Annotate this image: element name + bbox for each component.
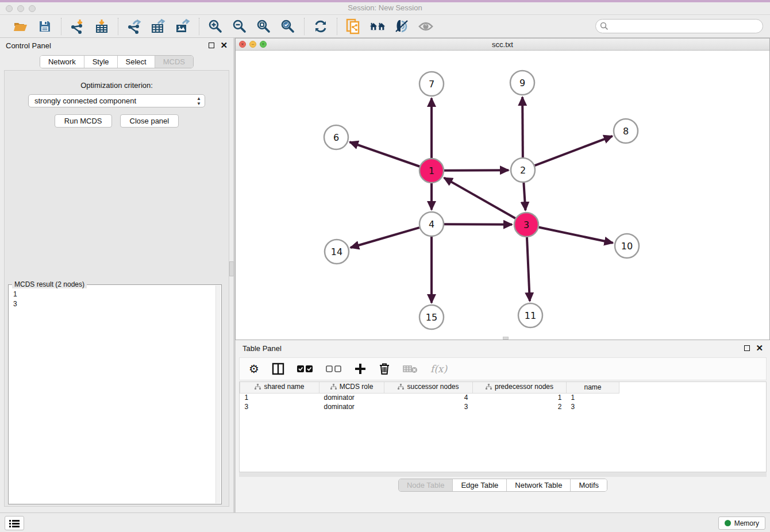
memory-button-label: Memory [734, 519, 759, 527]
zoom-fit-icon[interactable] [256, 18, 272, 34]
graph-edge-3-1[interactable] [444, 178, 515, 218]
tab-select[interactable]: Select [118, 56, 155, 68]
add-column-icon[interactable] [355, 361, 366, 376]
graph-node-8[interactable]: 8 [614, 119, 638, 143]
search-input[interactable] [595, 19, 763, 33]
graph-edge-4-14[interactable] [351, 228, 419, 248]
horizontal-splitter-handle[interactable] [503, 337, 509, 340]
graph-node-14[interactable]: 14 [325, 240, 349, 264]
deselect-all-checkboxes-icon[interactable] [326, 361, 342, 376]
select-all-checkboxes-icon[interactable] [297, 361, 313, 376]
graph-node-10[interactable]: 10 [615, 234, 639, 258]
function-builder-icon: f(x) [430, 361, 447, 376]
zoom-out-icon[interactable] [232, 18, 248, 34]
save-session-icon[interactable] [37, 18, 53, 34]
svg-text:2: 2 [520, 165, 526, 176]
graph-edge-1-6[interactable] [350, 142, 420, 166]
svg-text:3: 3 [523, 219, 529, 230]
table-hscrollbar[interactable] [239, 472, 767, 477]
hierarchy-icon [255, 384, 261, 392]
control-panel-tabs: NetworkStyleSelectMCDS [40, 55, 194, 68]
split-columns-icon[interactable] [272, 361, 284, 376]
svg-text:1: 1 [429, 165, 434, 176]
memory-button[interactable]: Memory [718, 516, 765, 530]
import-network-icon[interactable] [70, 18, 86, 34]
tab-network[interactable]: Network [40, 56, 84, 68]
graph-edge-3-11[interactable] [527, 237, 530, 301]
column-header-name[interactable]: name [567, 382, 619, 393]
memory-status-icon [725, 520, 731, 526]
close-table-panel-icon[interactable]: ✕ [756, 345, 763, 351]
svg-text:11: 11 [525, 310, 536, 321]
export-image-icon[interactable] [175, 18, 191, 34]
node-table[interactable]: shared nameMCDS rolesuccessor nodesprede… [239, 381, 767, 472]
task-history-button[interactable] [5, 516, 24, 530]
graph-node-6[interactable]: 6 [324, 125, 348, 149]
zoom-in-icon[interactable] [207, 18, 224, 34]
float-table-panel-icon[interactable] [744, 345, 750, 351]
svg-text:4: 4 [429, 219, 434, 230]
close-panel-button[interactable]: Close panel [120, 114, 179, 128]
graph-node-11[interactable]: 11 [518, 303, 542, 327]
window-title: Session: New Session [0, 3, 770, 12]
eye-icon[interactable] [418, 18, 434, 34]
table-tabs: Node TableEdge TableNetwork TableMotifs [398, 479, 607, 492]
zoom-selected-icon[interactable] [280, 18, 296, 34]
graph-node-15[interactable]: 15 [419, 305, 444, 329]
apply-layout-icon[interactable] [313, 18, 329, 34]
graph-edge-2-3[interactable] [523, 183, 525, 210]
network-window-titlebar[interactable]: × − + scc.txt [236, 38, 769, 51]
close-panel-icon[interactable]: ✕ [220, 43, 228, 48]
graph-node-7[interactable]: 7 [419, 72, 444, 96]
graph-node-2[interactable]: 2 [511, 158, 535, 182]
graph-node-9[interactable]: 9 [510, 71, 534, 95]
table-tab-node-table[interactable]: Node Table [399, 479, 453, 491]
table-row[interactable]: 1dominator411 [240, 393, 619, 402]
home-icon[interactable] [369, 18, 386, 34]
result-scrollbar[interactable] [215, 286, 221, 503]
float-panel-icon[interactable] [209, 43, 214, 48]
open-file-icon[interactable] [13, 18, 29, 34]
svg-text:9: 9 [519, 78, 525, 88]
criterion-dropdown[interactable]: strongly connected component ▲▼ [28, 94, 205, 107]
graph-node-3[interactable]: 3 [514, 213, 538, 237]
import-table-icon[interactable] [94, 18, 110, 34]
graph-edge-2-9[interactable] [522, 97, 523, 157]
graph-edge-3-10[interactable] [539, 228, 613, 243]
graph-edge-4-3[interactable] [444, 224, 512, 225]
network-view-window: × − + scc.txt 7968124314101511 [235, 38, 770, 340]
graph-edge-1-2[interactable] [444, 170, 509, 171]
table-tab-motifs[interactable]: Motifs [571, 479, 607, 491]
table-row[interactable]: 3dominator323 [240, 402, 619, 411]
graphics-details-icon[interactable] [394, 18, 410, 34]
control-panel: Control Panel ✕ NetworkStyleSelectMCDS O… [0, 38, 233, 512]
graph-edge-2-8[interactable] [535, 136, 613, 165]
tab-mcds[interactable]: MCDS [155, 56, 193, 68]
settings-gear-icon[interactable]: ⚙ [249, 361, 259, 376]
column-header-predecessor-nodes[interactable]: predecessor nodes [473, 382, 567, 393]
graph-node-4[interactable]: 4 [419, 212, 444, 236]
svg-text:6: 6 [333, 132, 339, 143]
mcds-result-item: 1 [13, 290, 220, 299]
export-table-icon[interactable] [151, 18, 167, 34]
copy-network-icon[interactable] [345, 18, 361, 34]
dropdown-stepper-icon: ▲▼ [197, 96, 201, 106]
hierarchy-icon [398, 384, 404, 392]
svg-text:7: 7 [429, 79, 434, 90]
column-header-shared-name[interactable]: shared name [240, 382, 319, 393]
main-toolbar [0, 15, 770, 38]
column-header-successor-nodes[interactable]: successor nodes [384, 382, 473, 393]
run-mcds-button[interactable]: Run MCDS [55, 114, 112, 128]
graph-node-1[interactable]: 1 [419, 159, 444, 183]
mcds-result-list: 13 [9, 285, 221, 309]
column-header-MCDS-role[interactable]: MCDS role [319, 382, 384, 393]
delete-table-icon [403, 361, 418, 376]
export-network-icon[interactable] [126, 18, 143, 34]
network-canvas[interactable]: 7968124314101511 [236, 51, 769, 340]
tab-style[interactable]: Style [84, 56, 118, 68]
table-tab-network-table[interactable]: Network Table [507, 479, 571, 491]
delete-column-icon[interactable] [379, 361, 390, 376]
search-icon [600, 22, 609, 33]
table-tab-edge-table[interactable]: Edge Table [453, 479, 507, 491]
panel-divider-handle[interactable] [229, 261, 234, 276]
